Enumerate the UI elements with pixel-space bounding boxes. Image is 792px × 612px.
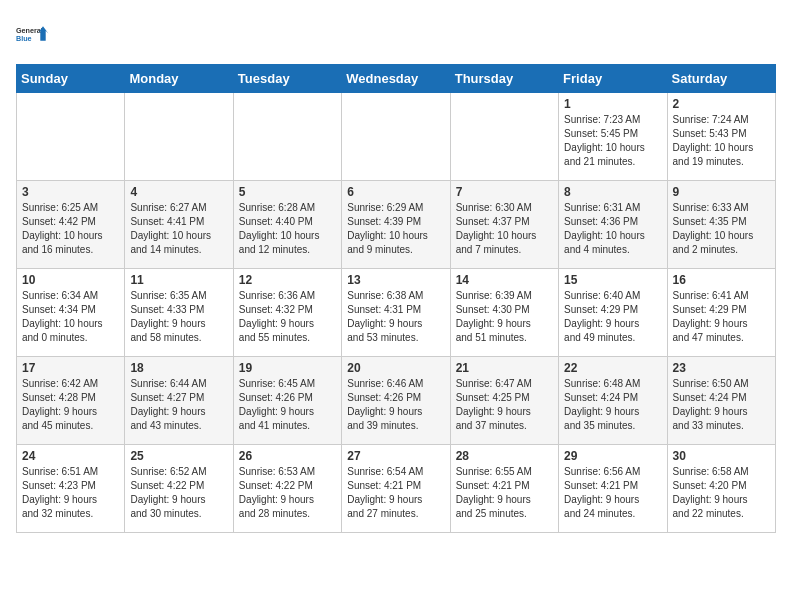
calendar-cell: 11Sunrise: 6:35 AM Sunset: 4:33 PM Dayli… — [125, 269, 233, 357]
day-info: Sunrise: 6:58 AM Sunset: 4:20 PM Dayligh… — [673, 465, 770, 521]
calendar-cell: 14Sunrise: 6:39 AM Sunset: 4:30 PM Dayli… — [450, 269, 558, 357]
calendar-cell: 28Sunrise: 6:55 AM Sunset: 4:21 PM Dayli… — [450, 445, 558, 533]
day-number: 20 — [347, 361, 444, 375]
day-number: 2 — [673, 97, 770, 111]
day-info: Sunrise: 6:39 AM Sunset: 4:30 PM Dayligh… — [456, 289, 553, 345]
day-number: 22 — [564, 361, 661, 375]
calendar-cell: 10Sunrise: 6:34 AM Sunset: 4:34 PM Dayli… — [17, 269, 125, 357]
calendar-cell: 1Sunrise: 7:23 AM Sunset: 5:45 PM Daylig… — [559, 93, 667, 181]
day-number: 28 — [456, 449, 553, 463]
calendar-table: SundayMondayTuesdayWednesdayThursdayFrid… — [16, 64, 776, 533]
calendar-cell: 29Sunrise: 6:56 AM Sunset: 4:21 PM Dayli… — [559, 445, 667, 533]
svg-text:General: General — [16, 26, 43, 35]
day-info: Sunrise: 6:41 AM Sunset: 4:29 PM Dayligh… — [673, 289, 770, 345]
day-info: Sunrise: 6:40 AM Sunset: 4:29 PM Dayligh… — [564, 289, 661, 345]
day-info: Sunrise: 6:48 AM Sunset: 4:24 PM Dayligh… — [564, 377, 661, 433]
day-number: 14 — [456, 273, 553, 287]
day-info: Sunrise: 6:30 AM Sunset: 4:37 PM Dayligh… — [456, 201, 553, 257]
day-info: Sunrise: 6:54 AM Sunset: 4:21 PM Dayligh… — [347, 465, 444, 521]
day-number: 26 — [239, 449, 336, 463]
svg-text:Blue: Blue — [16, 34, 32, 43]
day-info: Sunrise: 6:31 AM Sunset: 4:36 PM Dayligh… — [564, 201, 661, 257]
logo: GeneralBlue — [16, 16, 52, 52]
day-info: Sunrise: 7:23 AM Sunset: 5:45 PM Dayligh… — [564, 113, 661, 169]
day-info: Sunrise: 6:51 AM Sunset: 4:23 PM Dayligh… — [22, 465, 119, 521]
logo-icon: GeneralBlue — [16, 16, 52, 52]
day-number: 12 — [239, 273, 336, 287]
calendar-cell: 24Sunrise: 6:51 AM Sunset: 4:23 PM Dayli… — [17, 445, 125, 533]
day-number: 3 — [22, 185, 119, 199]
day-number: 5 — [239, 185, 336, 199]
day-info: Sunrise: 6:55 AM Sunset: 4:21 PM Dayligh… — [456, 465, 553, 521]
day-number: 18 — [130, 361, 227, 375]
day-info: Sunrise: 6:35 AM Sunset: 4:33 PM Dayligh… — [130, 289, 227, 345]
calendar-cell: 16Sunrise: 6:41 AM Sunset: 4:29 PM Dayli… — [667, 269, 775, 357]
day-number: 17 — [22, 361, 119, 375]
day-info: Sunrise: 6:50 AM Sunset: 4:24 PM Dayligh… — [673, 377, 770, 433]
day-info: Sunrise: 6:42 AM Sunset: 4:28 PM Dayligh… — [22, 377, 119, 433]
day-number: 1 — [564, 97, 661, 111]
calendar-week-row: 10Sunrise: 6:34 AM Sunset: 4:34 PM Dayli… — [17, 269, 776, 357]
calendar-cell: 19Sunrise: 6:45 AM Sunset: 4:26 PM Dayli… — [233, 357, 341, 445]
calendar-cell — [233, 93, 341, 181]
calendar-cell: 9Sunrise: 6:33 AM Sunset: 4:35 PM Daylig… — [667, 181, 775, 269]
calendar-cell: 12Sunrise: 6:36 AM Sunset: 4:32 PM Dayli… — [233, 269, 341, 357]
day-number: 13 — [347, 273, 444, 287]
day-number: 29 — [564, 449, 661, 463]
calendar-cell: 21Sunrise: 6:47 AM Sunset: 4:25 PM Dayli… — [450, 357, 558, 445]
day-info: Sunrise: 6:45 AM Sunset: 4:26 PM Dayligh… — [239, 377, 336, 433]
day-info: Sunrise: 6:46 AM Sunset: 4:26 PM Dayligh… — [347, 377, 444, 433]
weekday-header: Monday — [125, 65, 233, 93]
calendar-cell: 23Sunrise: 6:50 AM Sunset: 4:24 PM Dayli… — [667, 357, 775, 445]
day-info: Sunrise: 6:36 AM Sunset: 4:32 PM Dayligh… — [239, 289, 336, 345]
day-number: 25 — [130, 449, 227, 463]
day-info: Sunrise: 6:27 AM Sunset: 4:41 PM Dayligh… — [130, 201, 227, 257]
weekday-header-row: SundayMondayTuesdayWednesdayThursdayFrid… — [17, 65, 776, 93]
day-info: Sunrise: 6:38 AM Sunset: 4:31 PM Dayligh… — [347, 289, 444, 345]
weekday-header: Friday — [559, 65, 667, 93]
day-info: Sunrise: 6:34 AM Sunset: 4:34 PM Dayligh… — [22, 289, 119, 345]
day-info: Sunrise: 6:33 AM Sunset: 4:35 PM Dayligh… — [673, 201, 770, 257]
day-info: Sunrise: 6:29 AM Sunset: 4:39 PM Dayligh… — [347, 201, 444, 257]
day-number: 21 — [456, 361, 553, 375]
day-number: 19 — [239, 361, 336, 375]
calendar-cell: 30Sunrise: 6:58 AM Sunset: 4:20 PM Dayli… — [667, 445, 775, 533]
calendar-week-row: 3Sunrise: 6:25 AM Sunset: 4:42 PM Daylig… — [17, 181, 776, 269]
day-info: Sunrise: 7:24 AM Sunset: 5:43 PM Dayligh… — [673, 113, 770, 169]
day-info: Sunrise: 6:44 AM Sunset: 4:27 PM Dayligh… — [130, 377, 227, 433]
calendar-cell: 17Sunrise: 6:42 AM Sunset: 4:28 PM Dayli… — [17, 357, 125, 445]
calendar-cell — [17, 93, 125, 181]
calendar-cell — [450, 93, 558, 181]
day-number: 6 — [347, 185, 444, 199]
day-number: 11 — [130, 273, 227, 287]
weekday-header: Wednesday — [342, 65, 450, 93]
calendar-cell: 4Sunrise: 6:27 AM Sunset: 4:41 PM Daylig… — [125, 181, 233, 269]
day-number: 27 — [347, 449, 444, 463]
day-number: 4 — [130, 185, 227, 199]
day-info: Sunrise: 6:25 AM Sunset: 4:42 PM Dayligh… — [22, 201, 119, 257]
calendar-week-row: 1Sunrise: 7:23 AM Sunset: 5:45 PM Daylig… — [17, 93, 776, 181]
calendar-cell: 27Sunrise: 6:54 AM Sunset: 4:21 PM Dayli… — [342, 445, 450, 533]
day-number: 30 — [673, 449, 770, 463]
day-number: 7 — [456, 185, 553, 199]
calendar-week-row: 24Sunrise: 6:51 AM Sunset: 4:23 PM Dayli… — [17, 445, 776, 533]
weekday-header: Sunday — [17, 65, 125, 93]
day-number: 10 — [22, 273, 119, 287]
calendar-cell: 13Sunrise: 6:38 AM Sunset: 4:31 PM Dayli… — [342, 269, 450, 357]
day-number: 9 — [673, 185, 770, 199]
day-info: Sunrise: 6:53 AM Sunset: 4:22 PM Dayligh… — [239, 465, 336, 521]
day-info: Sunrise: 6:52 AM Sunset: 4:22 PM Dayligh… — [130, 465, 227, 521]
day-number: 23 — [673, 361, 770, 375]
calendar-week-row: 17Sunrise: 6:42 AM Sunset: 4:28 PM Dayli… — [17, 357, 776, 445]
day-number: 16 — [673, 273, 770, 287]
page-header: GeneralBlue — [16, 16, 776, 52]
day-number: 24 — [22, 449, 119, 463]
calendar-cell: 2Sunrise: 7:24 AM Sunset: 5:43 PM Daylig… — [667, 93, 775, 181]
calendar-cell: 18Sunrise: 6:44 AM Sunset: 4:27 PM Dayli… — [125, 357, 233, 445]
day-number: 15 — [564, 273, 661, 287]
calendar-cell — [125, 93, 233, 181]
calendar-cell — [342, 93, 450, 181]
calendar-cell: 25Sunrise: 6:52 AM Sunset: 4:22 PM Dayli… — [125, 445, 233, 533]
day-info: Sunrise: 6:47 AM Sunset: 4:25 PM Dayligh… — [456, 377, 553, 433]
weekday-header: Tuesday — [233, 65, 341, 93]
